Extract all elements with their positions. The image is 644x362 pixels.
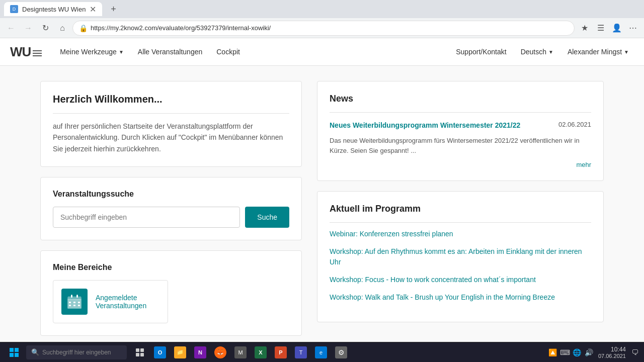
- browser-titlebar: D Designtests WU Wien ✕ +: [0, 0, 644, 18]
- keyboard-icon[interactable]: ⌨: [560, 347, 570, 357]
- logo-line-3: [33, 55, 42, 56]
- nav-links: Meine Werkzeuge ▼ Alle Veranstaltungen C…: [54, 44, 451, 60]
- extensions-btn[interactable]: ☰: [594, 21, 608, 35]
- nav-alle-veranstaltungen[interactable]: Alle Veranstaltungen: [132, 44, 208, 60]
- svg-rect-19: [140, 348, 144, 352]
- news-item-title[interactable]: Neues Weiterbildungsprogramm Wintersemes…: [330, 121, 552, 131]
- taskbar-right: 🔼 ⌨ 🌐 🔊 10:44 07.06.2021 🗨: [548, 346, 640, 359]
- welcome-text: auf Ihrer persönlichen Startseite der Ve…: [53, 121, 289, 154]
- taskbar-app-outlook[interactable]: O: [151, 343, 169, 361]
- taskbar-app-settings[interactable]: ⚙: [332, 343, 350, 361]
- bereiche-item-angemeldete[interactable]: Angemeldete Veranstaltungen: [53, 280, 168, 323]
- address-bar[interactable]: 🔒 https://my.2know2.com/evaluate/org/539…: [72, 21, 575, 36]
- news-more-link[interactable]: mehr: [576, 161, 591, 168]
- svg-rect-6: [71, 295, 72, 298]
- programm-item-3[interactable]: Workshop: Walk and Talk - Brush up Your …: [330, 292, 591, 303]
- taskbar-app-teams[interactable]: T: [292, 343, 310, 361]
- nav-user[interactable]: Alexander Mingst ▼: [562, 44, 634, 60]
- tab-close-btn[interactable]: ✕: [90, 5, 96, 14]
- svg-rect-16: [10, 353, 14, 357]
- bereiche-card: Meine Bereiche: [40, 250, 302, 336]
- notification-center-btn[interactable]: 🗨: [630, 347, 640, 357]
- search-section-title: Veranstaltungssuche: [53, 190, 289, 199]
- welcome-card: Herzlich Willkommen... auf Ihrer persönl…: [40, 81, 302, 167]
- user-dropdown-icon: ▼: [624, 49, 629, 55]
- main-content: Herzlich Willkommen... auf Ihrer persönl…: [0, 66, 644, 342]
- taskbar-apps: O 📁 N 🦊 M X P T e: [131, 343, 350, 361]
- svg-rect-21: [140, 353, 144, 356]
- back-btn[interactable]: ←: [4, 21, 18, 35]
- calendar-icon: [61, 289, 88, 315]
- network-icon[interactable]: 🌐: [572, 347, 582, 357]
- tab-title: Designtests WU Wien: [22, 6, 86, 13]
- nav-language[interactable]: Deutsch ▼: [516, 44, 558, 60]
- search-button[interactable]: Suche: [245, 207, 289, 228]
- notification-icon[interactable]: 🔼: [548, 347, 558, 357]
- dropdown-icon: ▼: [119, 49, 124, 55]
- taskbar-app-unknown[interactable]: M: [231, 343, 250, 361]
- taskbar-search[interactable]: 🔍 Suchbegriff hier eingeben: [26, 345, 127, 359]
- menu-btn[interactable]: ⋯: [626, 21, 640, 35]
- svg-rect-18: [136, 348, 139, 352]
- programm-card: Aktuell im Programm Webinar: Konferenzen…: [317, 191, 604, 322]
- profile-btn[interactable]: 👤: [610, 21, 624, 35]
- browser-controls: ← → ↻ ⌂ 🔒 https://my.2know2.com/evaluate…: [0, 18, 644, 38]
- taskview-btn[interactable]: [131, 343, 149, 361]
- bookmark-btn[interactable]: ★: [578, 21, 592, 35]
- taskbar-app-edge[interactable]: e: [312, 343, 330, 361]
- start-btn[interactable]: [4, 343, 24, 361]
- search-input[interactable]: [53, 207, 240, 228]
- svg-rect-10: [78, 302, 80, 303]
- bereiche-item-label: Angemeldete Veranstaltungen: [96, 294, 159, 310]
- taskbar-app-excel[interactable]: X: [252, 343, 270, 361]
- news-more: mehr: [330, 160, 591, 168]
- taskbar-clock: 10:44: [598, 346, 626, 353]
- nav-support[interactable]: Support/Kontakt: [451, 44, 511, 60]
- tab-favicon: D: [10, 5, 18, 13]
- news-item-body: Das neue Weiterbildungsprogramm fürs Win…: [330, 136, 591, 157]
- svg-rect-8: [69, 302, 71, 303]
- forward-btn[interactable]: →: [21, 21, 35, 35]
- bereiche-grid: Angemeldete Veranstaltungen: [53, 280, 289, 323]
- taskbar-search-text: Suchbegriff hier eingeben: [42, 349, 111, 356]
- taskbar-app-powerpoint[interactable]: P: [272, 343, 290, 361]
- url-display: https://my.2know2.com/evaluate/org/53927…: [91, 24, 568, 32]
- welcome-divider: [53, 113, 289, 114]
- volume-icon[interactable]: 🔊: [584, 347, 594, 357]
- taskbar-app-explorer[interactable]: 📁: [171, 343, 189, 361]
- new-tab-btn[interactable]: +: [106, 2, 120, 16]
- news-item-header: Neues Weiterbildungsprogramm Wintersemes…: [330, 121, 591, 131]
- search-card: Veranstaltungssuche Suche: [40, 177, 302, 240]
- svg-rect-13: [78, 305, 80, 306]
- nav-cockpit[interactable]: Cockpit: [210, 44, 246, 60]
- svg-rect-4: [68, 299, 81, 308]
- taskbar-app-onenote[interactable]: N: [191, 343, 209, 361]
- svg-rect-7: [76, 295, 78, 298]
- logo-line-1: [33, 50, 42, 51]
- bereiche-title: Meine Bereiche: [53, 263, 289, 272]
- welcome-title: Herzlich Willkommen...: [53, 94, 289, 105]
- browser-actions: ★ ☰ 👤 ⋯: [578, 21, 640, 35]
- news-card: News Neues Weiterbildungsprogramm Winter…: [317, 81, 604, 181]
- refresh-btn[interactable]: ↻: [38, 21, 52, 35]
- taskbar-time[interactable]: 10:44 07.06.2021: [598, 346, 626, 359]
- programm-title: Aktuell im Programm: [330, 204, 591, 214]
- svg-rect-17: [15, 353, 19, 357]
- left-column: Herzlich Willkommen... auf Ihrer persönl…: [40, 81, 302, 336]
- programm-item-2[interactable]: Workshop: Focus - How to work concentrat…: [330, 275, 591, 285]
- news-divider: [330, 112, 591, 113]
- nav-logo[interactable]: WU: [10, 44, 42, 60]
- browser-frame: D Designtests WU Wien ✕ + ← → ↻ ⌂ 🔒 http…: [0, 0, 644, 362]
- programm-divider: [330, 222, 591, 223]
- home-btn[interactable]: ⌂: [55, 21, 69, 35]
- programm-item-0[interactable]: Webinar: Konferenzen stressfrei planen: [330, 229, 591, 239]
- svg-rect-11: [69, 305, 71, 306]
- taskbar-date: 07.06.2021: [598, 353, 626, 359]
- taskbar-app-firefox[interactable]: 🦊: [211, 343, 229, 361]
- news-title: News: [330, 94, 591, 104]
- nav-meine-werkzeuge[interactable]: Meine Werkzeuge ▼: [54, 44, 129, 60]
- nav-right: Support/Kontakt Deutsch ▼ Alexander Ming…: [451, 44, 634, 60]
- programm-item-1[interactable]: Workshop: Auf den Rhythmus kommt es an: …: [330, 246, 591, 267]
- svg-rect-9: [73, 302, 75, 303]
- browser-tab[interactable]: D Designtests WU Wien ✕: [4, 2, 102, 16]
